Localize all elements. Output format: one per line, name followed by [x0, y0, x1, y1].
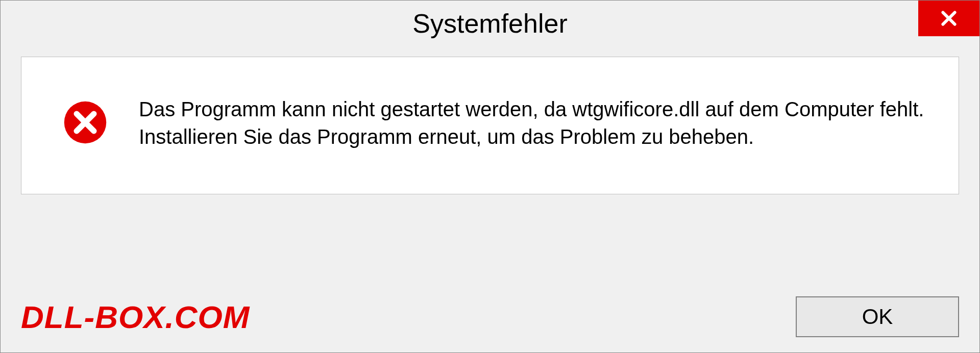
watermark-text: DLL-BOX.COM	[21, 299, 250, 335]
close-icon	[939, 8, 959, 29]
ok-button[interactable]: OK	[796, 296, 959, 337]
content-area: Das Programm kann nicht gestartet werden…	[21, 57, 959, 194]
titlebar: Systemfehler	[1, 1, 979, 46]
dialog-footer: DLL-BOX.COM OK	[21, 296, 959, 337]
dialog-title: Systemfehler	[412, 8, 567, 39]
error-icon	[62, 99, 108, 145]
close-button[interactable]	[918, 1, 979, 36]
error-message: Das Programm kann nicht gestartet werden…	[139, 95, 928, 150]
error-dialog: Systemfehler Das Programm kann nicht ges…	[0, 0, 980, 353]
